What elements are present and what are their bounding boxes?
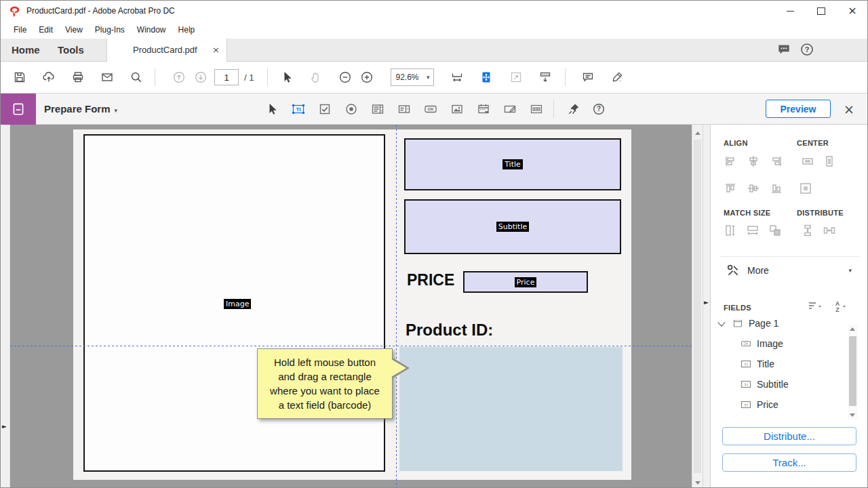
object-select-tool-button[interactable] (265, 102, 279, 116)
match-width-icon[interactable] (746, 224, 760, 237)
select-tool-button[interactable] (280, 70, 294, 84)
text-field-tool-button[interactable]: TI (292, 102, 305, 116)
align-heading: ALIGN (724, 139, 748, 147)
dropdown-tool-button[interactable] (397, 102, 411, 116)
image-field-tool-button[interactable] (450, 102, 464, 116)
search-button[interactable] (130, 70, 143, 84)
menu-help[interactable]: Help (172, 21, 201, 39)
share-upload-button[interactable] (42, 70, 56, 84)
preview-button[interactable]: Preview (766, 100, 831, 118)
button-tool-button[interactable]: OK (424, 102, 437, 116)
previous-page-button[interactable] (172, 70, 186, 84)
align-left-icon[interactable] (724, 155, 737, 168)
zoom-out-button[interactable] (338, 70, 352, 84)
distribute-vertically-icon[interactable] (801, 224, 814, 237)
minimize-button[interactable] (774, 1, 806, 21)
price-form-field[interactable]: Price (463, 271, 588, 293)
hand-tool-button[interactable] (309, 70, 323, 84)
fields-list-scrollbar[interactable] (848, 325, 858, 420)
align-vertical-middle-icon[interactable] (747, 182, 760, 195)
right-panel-toggle-strip[interactable]: ► (703, 125, 710, 488)
scrollbar-down-arrow[interactable] (695, 481, 701, 485)
more-tools-menu[interactable]: More ▾ (726, 263, 859, 278)
more-label: More (747, 265, 769, 276)
checkbox-tool-button[interactable] (318, 102, 332, 116)
maximize-button[interactable] (806, 1, 837, 21)
comments-panel-icon[interactable] (776, 42, 791, 57)
barcode-placement-area[interactable] (399, 347, 623, 471)
menu-plugins[interactable]: Plug-Ins (89, 21, 131, 39)
distribute-button[interactable]: Distribute... (722, 427, 856, 445)
sort-order-icon[interactable] (807, 300, 823, 313)
next-page-button[interactable] (194, 70, 208, 84)
track-button[interactable]: Track... (722, 453, 856, 472)
presentation-button[interactable] (538, 70, 552, 84)
subtitle-form-field[interactable]: Subtitle (404, 199, 621, 254)
zoom-in-button[interactable] (360, 70, 374, 84)
help-icon[interactable]: ? (800, 42, 814, 57)
close-button[interactable]: × (837, 1, 868, 21)
menu-edit[interactable]: Edit (33, 21, 59, 39)
page-number-input[interactable] (214, 69, 239, 85)
document-scrollbar[interactable] (692, 125, 703, 488)
radio-button-tool-button[interactable] (344, 102, 358, 116)
tree-item-title[interactable]: TI Title (711, 354, 846, 374)
comment-tool-button[interactable] (581, 70, 595, 84)
align-bottom-icon[interactable] (770, 182, 783, 195)
match-height-icon[interactable] (724, 224, 737, 237)
image-placeholder-rect[interactable]: Image (83, 134, 385, 472)
product-id-caption: Product ID: (406, 321, 493, 340)
tree-item-page-1[interactable]: Page 1 (711, 320, 846, 333)
highlight-tool-button[interactable] (610, 70, 624, 84)
email-button[interactable] (100, 70, 114, 84)
scrollbar-thumb[interactable] (849, 336, 856, 406)
scrollbar-down-arrow[interactable] (850, 413, 855, 417)
window-title: ProductCard.pdf - Adobe Acrobat Pro DC (26, 1, 175, 21)
zoom-level-dropdown[interactable]: 92.6% ▾ (391, 68, 434, 86)
sort-alphabetical-icon[interactable]: A Z (833, 300, 849, 313)
save-button[interactable] (13, 70, 26, 84)
fit-page-button[interactable] (479, 70, 493, 84)
print-button[interactable] (71, 70, 85, 84)
menu-view[interactable]: View (59, 21, 89, 39)
chevron-down-icon[interactable] (717, 320, 725, 326)
menu-window[interactable]: Window (131, 21, 172, 39)
collapse-right-panel-icon[interactable]: ► (704, 299, 709, 306)
tab-document[interactable]: ProductCard.pdf × (106, 39, 227, 62)
scrollbar-up-arrow[interactable] (695, 131, 701, 135)
fit-width-button[interactable] (450, 70, 464, 84)
keep-tool-selected-button[interactable] (567, 102, 580, 116)
close-icon: × (848, 5, 856, 16)
align-right-icon[interactable] (770, 155, 783, 168)
price-caption: PRICE (407, 271, 454, 289)
date-field-tool-button[interactable] (477, 102, 490, 116)
match-both-icon[interactable] (768, 224, 782, 237)
close-prepare-form-icon[interactable]: × (844, 94, 854, 125)
fullscreen-button[interactable] (509, 70, 523, 84)
tree-item-price[interactable]: TI Price (711, 394, 846, 415)
distribute-horizontally-icon[interactable] (823, 224, 836, 237)
center-horizontally-icon[interactable] (801, 155, 814, 168)
prepare-form-menu[interactable]: Prepare Form▾ (44, 94, 117, 126)
svg-text:OK: OK (428, 107, 435, 111)
scrollbar-up-arrow[interactable] (850, 327, 855, 331)
center-vertically-icon[interactable] (823, 155, 836, 168)
center-both-icon[interactable] (799, 182, 812, 195)
expand-left-panel-icon[interactable]: ► (2, 423, 7, 430)
tree-item-image[interactable]: OK Image (711, 333, 846, 354)
left-panel-toggle-strip[interactable]: ► (1, 125, 10, 488)
align-horizontal-center-icon[interactable] (747, 155, 760, 168)
tab-tools[interactable]: Tools (58, 39, 84, 62)
zoom-out-icon (338, 70, 352, 84)
signature-field-tool-button[interactable] (503, 102, 517, 116)
align-top-icon[interactable] (724, 182, 737, 195)
prepare-form-help-button[interactable]: ? (592, 102, 606, 116)
tree-item-subtitle[interactable]: TI Subtitle (711, 374, 846, 394)
barcode-field-tool-button[interactable] (530, 102, 543, 116)
tab-home[interactable]: Home (12, 39, 40, 62)
document-tab-close-icon[interactable]: × (212, 39, 220, 62)
title-form-field[interactable]: Title (404, 138, 621, 190)
menu-file[interactable]: File (7, 21, 33, 39)
list-box-tool-button[interactable] (371, 102, 384, 116)
scrollbar-thumb[interactable] (694, 140, 701, 473)
